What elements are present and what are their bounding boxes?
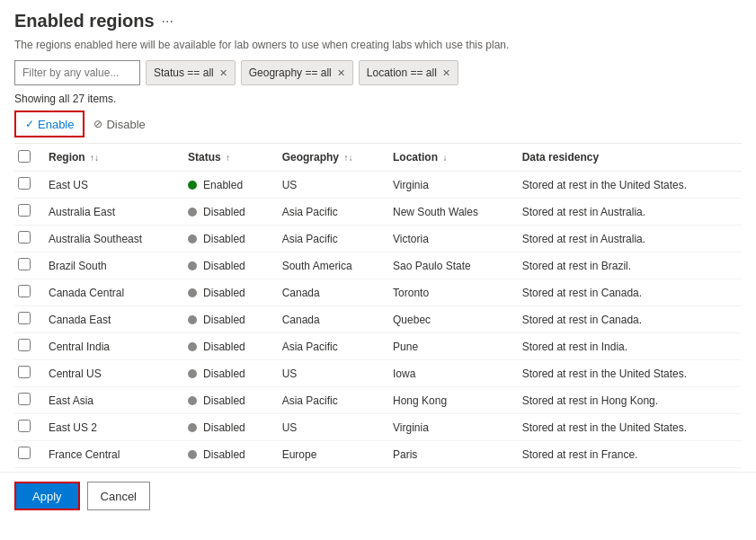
disabled-dot-icon [188, 261, 197, 270]
geography-sort-icon[interactable]: ↑↓ [343, 153, 352, 163]
cell-location: Pune [384, 333, 513, 360]
select-all-checkbox[interactable] [18, 150, 31, 163]
cell-status: Disabled [179, 333, 273, 360]
page-container: Enabled regions ··· The regions enabled … [0, 0, 756, 468]
table-row: Brazil SouthDisabledSouth AmericaSao Pau… [14, 252, 742, 279]
filter-status-label: Status == all [154, 66, 214, 79]
cell-location: Virginia [384, 172, 513, 199]
col-data-residency: Data residency [513, 144, 742, 172]
disabled-dot-icon [188, 315, 197, 324]
cell-region: Canada East [40, 306, 179, 333]
cell-region: Australia Southeast [40, 226, 179, 252]
table-header: Region ↑↓ Status ↑ Geography ↑↓ Location… [14, 144, 742, 172]
table-row: East USEnabledUSVirginiaStored at rest i… [14, 172, 742, 199]
status-text: Disabled [203, 341, 245, 353]
row-checkbox[interactable] [18, 204, 31, 217]
regions-table: Region ↑↓ Status ↑ Geography ↑↓ Location… [14, 144, 742, 468]
filter-geography-label: Geography == all [249, 66, 332, 79]
row-checkbox-cell [14, 306, 40, 333]
table-row: Australia SoutheastDisabledAsia PacificV… [14, 226, 742, 252]
cell-location: Iowa [384, 360, 513, 387]
disable-icon: ⊘ [93, 118, 102, 130]
row-checkbox[interactable] [18, 312, 31, 324]
disable-button[interactable]: ⊘ Disable [84, 111, 154, 137]
more-options-icon[interactable]: ··· [162, 13, 173, 30]
disabled-dot-icon [188, 423, 197, 432]
disable-label: Disable [106, 118, 145, 131]
apply-label: Apply [32, 490, 62, 503]
cell-status: Disabled [179, 387, 273, 414]
status-sort-icon[interactable]: ↑ [226, 153, 230, 163]
cell-geography: US [273, 414, 384, 441]
toolbar: ✓ Enable ⊘ Disable [14, 111, 742, 144]
cell-geography: South America [273, 252, 384, 279]
page-title: Enabled regions [14, 11, 155, 31]
cancel-button[interactable]: Cancel [87, 482, 150, 510]
disabled-dot-icon [188, 369, 197, 378]
enabled-dot-icon [188, 181, 197, 190]
row-checkbox-cell [14, 441, 40, 468]
table-row: Canada EastDisabledCanadaQuebecStored at… [14, 306, 742, 333]
row-checkbox[interactable] [18, 447, 31, 459]
row-checkbox[interactable] [18, 258, 31, 270]
table-row: East AsiaDisabledAsia PacificHong KongSt… [14, 387, 742, 414]
row-checkbox[interactable] [18, 420, 31, 432]
disabled-dot-icon [188, 342, 197, 351]
checkmark-icon: ✓ [25, 118, 34, 130]
row-checkbox[interactable] [18, 177, 31, 190]
col-geography: Geography ↑↓ [273, 144, 384, 172]
filter-row: Status == all ✕ Geography == all ✕ Locat… [14, 60, 742, 85]
col-location: Location ↓ [384, 144, 513, 172]
cell-status: Disabled [179, 199, 273, 226]
cell-status: Disabled [179, 306, 273, 333]
filter-tag-location: Location == all ✕ [359, 60, 458, 85]
row-checkbox[interactable] [18, 285, 31, 297]
apply-button[interactable]: Apply [14, 482, 80, 510]
filter-status-close[interactable]: ✕ [219, 67, 227, 79]
disabled-dot-icon [188, 396, 197, 405]
cell-region: Central India [40, 333, 179, 360]
filter-location-close[interactable]: ✕ [442, 67, 450, 79]
row-checkbox-cell [14, 199, 40, 226]
description-text: The regions enabled here will be availab… [14, 39, 742, 51]
cell-data-residency: Stored at rest in the United States. [513, 172, 742, 199]
cell-data-residency: Stored at rest in the United States. [513, 414, 742, 441]
row-checkbox-cell [14, 226, 40, 252]
cell-location: Victoria [384, 226, 513, 252]
row-checkbox[interactable] [18, 366, 31, 378]
cell-geography: Asia Pacific [273, 199, 384, 226]
filter-geography-close[interactable]: ✕ [337, 67, 345, 79]
row-checkbox[interactable] [18, 231, 31, 243]
row-checkbox[interactable] [18, 339, 31, 351]
table-row: Central USDisabledUSIowaStored at rest i… [14, 360, 742, 387]
cell-location: Sao Paulo State [384, 252, 513, 279]
cell-location: Hong Kong [384, 387, 513, 414]
cell-data-residency: Stored at rest in India. [513, 333, 742, 360]
status-text: Disabled [203, 314, 245, 326]
location-sort-icon[interactable]: ↓ [442, 153, 447, 163]
status-text: Disabled [203, 206, 245, 218]
cell-region: East US 2 [40, 414, 179, 441]
disabled-dot-icon [188, 235, 197, 243]
row-checkbox[interactable] [18, 393, 31, 405]
cell-region: Brazil South [40, 252, 179, 279]
cell-location: Toronto [384, 279, 513, 306]
status-text: Disabled [203, 421, 245, 434]
enable-button[interactable]: ✓ Enable [14, 111, 84, 137]
cell-location: Virginia [384, 414, 513, 441]
table-row: Canada CentralDisabledCanadaTorontoStore… [14, 279, 742, 306]
cell-data-residency: Stored at rest in France. [513, 441, 742, 468]
table-wrapper: Region ↑↓ Status ↑ Geography ↑↓ Location… [14, 144, 742, 468]
cell-location: Quebec [384, 306, 513, 333]
cell-geography: Canada [273, 279, 384, 306]
status-text: Disabled [203, 448, 245, 461]
enable-label: Enable [38, 118, 74, 131]
region-sort-icon[interactable]: ↑↓ [90, 153, 99, 163]
cell-region: France Central [40, 441, 179, 468]
row-checkbox-cell [14, 172, 40, 199]
filter-input[interactable] [14, 60, 140, 85]
select-all-col [14, 144, 40, 172]
disabled-dot-icon [188, 208, 197, 217]
cell-geography: Asia Pacific [273, 226, 384, 252]
cell-data-residency: Stored at rest in Australia. [513, 226, 742, 252]
